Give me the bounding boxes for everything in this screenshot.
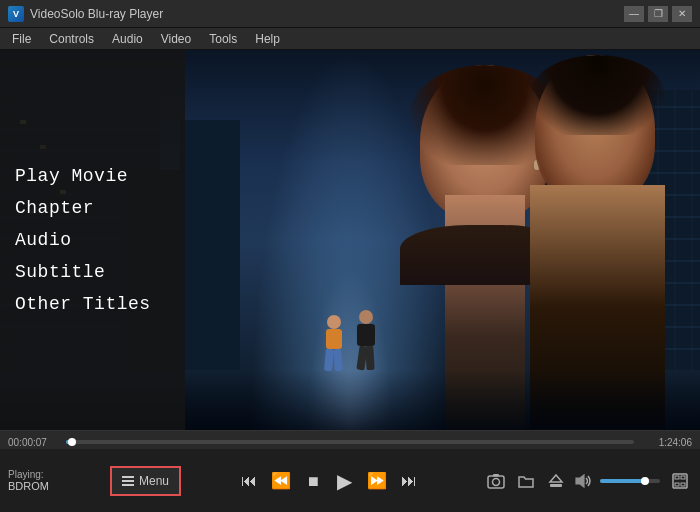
playing-section: Playing: BDROM bbox=[8, 469, 98, 492]
menu-file[interactable]: File bbox=[4, 30, 39, 48]
menu-button[interactable]: Menu bbox=[110, 466, 181, 496]
svg-rect-9 bbox=[675, 483, 679, 486]
volume-thumb[interactable] bbox=[641, 477, 649, 485]
title-bar-controls: — ❐ ✕ bbox=[624, 6, 692, 22]
menu-icon-line-2 bbox=[122, 480, 134, 482]
progress-bar-container: 00:00:07 1:24:06 bbox=[0, 431, 700, 449]
volume-icon bbox=[575, 473, 593, 489]
right-controls bbox=[484, 469, 568, 493]
svg-rect-8 bbox=[681, 476, 685, 479]
fast-forward-button[interactable]: ⏩ bbox=[363, 467, 391, 495]
camera-icon bbox=[487, 473, 505, 489]
transport-controls: ⏮ ⏪ ⏹ ▶ ⏩ ⏭ bbox=[235, 467, 423, 495]
eject-icon bbox=[548, 473, 564, 489]
menu-icon bbox=[122, 476, 134, 486]
menu-help[interactable]: Help bbox=[247, 30, 288, 48]
volume-section bbox=[572, 469, 660, 493]
menu-bar: File Controls Audio Video Tools Help bbox=[0, 28, 700, 50]
volume-track[interactable] bbox=[600, 479, 660, 483]
svg-rect-7 bbox=[675, 476, 679, 479]
volume-button[interactable] bbox=[572, 469, 596, 493]
overlay-menu-play-movie[interactable]: Play Movie bbox=[15, 160, 170, 192]
svg-point-1 bbox=[493, 478, 500, 485]
rewind-button[interactable]: ⏪ bbox=[267, 467, 295, 495]
progress-thumb[interactable] bbox=[68, 438, 76, 446]
fullscreen-button[interactable] bbox=[668, 469, 692, 493]
svg-rect-4 bbox=[550, 484, 562, 487]
svg-rect-2 bbox=[493, 474, 499, 477]
minimize-button[interactable]: — bbox=[624, 6, 644, 22]
time-total: 1:24:06 bbox=[640, 437, 692, 448]
app-icon: V bbox=[8, 6, 24, 22]
playing-label: Playing: bbox=[8, 469, 98, 480]
title-bar-left: V VideoSolo Blu-ray Player bbox=[8, 6, 163, 22]
skip-back-button[interactable]: ⏮ bbox=[235, 467, 263, 495]
running-figures bbox=[323, 310, 377, 375]
app-title: VideoSolo Blu-ray Player bbox=[30, 7, 163, 21]
open-file-button[interactable] bbox=[514, 469, 538, 493]
time-elapsed: 00:00:07 bbox=[8, 437, 60, 448]
close-button[interactable]: ✕ bbox=[672, 6, 692, 22]
menu-button-label: Menu bbox=[139, 474, 169, 488]
svg-rect-10 bbox=[681, 483, 685, 486]
menu-tools[interactable]: Tools bbox=[201, 30, 245, 48]
title-bar: V VideoSolo Blu-ray Player — ❐ ✕ bbox=[0, 0, 700, 28]
play-pause-button[interactable]: ▶ bbox=[331, 467, 359, 495]
controls-area: 00:00:07 1:24:06 Playing: BDROM Menu ⏮ ⏪ bbox=[0, 430, 700, 512]
progress-track[interactable] bbox=[66, 440, 634, 444]
video-area: Play Movie Chapter Audio Subtitle Other … bbox=[0, 50, 700, 430]
menu-audio[interactable]: Audio bbox=[104, 30, 151, 48]
overlay-menu-other-titles[interactable]: Other Titles bbox=[15, 288, 170, 320]
overlay-menu-chapter[interactable]: Chapter bbox=[15, 192, 170, 224]
stop-button[interactable]: ⏹ bbox=[299, 467, 327, 495]
svg-marker-3 bbox=[550, 475, 562, 482]
eject-button[interactable] bbox=[544, 469, 568, 493]
menu-controls[interactable]: Controls bbox=[41, 30, 102, 48]
overlay-menu: Play Movie Chapter Audio Subtitle Other … bbox=[0, 50, 185, 430]
overlay-menu-subtitle[interactable]: Subtitle bbox=[15, 256, 170, 288]
restore-button[interactable]: ❐ bbox=[648, 6, 668, 22]
menu-video[interactable]: Video bbox=[153, 30, 199, 48]
fullscreen-icon bbox=[672, 473, 688, 489]
screenshot-button[interactable] bbox=[484, 469, 508, 493]
folder-icon bbox=[517, 473, 535, 489]
skip-next-button[interactable]: ⏭ bbox=[395, 467, 423, 495]
menu-icon-line-1 bbox=[122, 476, 134, 478]
volume-fill bbox=[600, 479, 645, 483]
overlay-menu-audio[interactable]: Audio bbox=[15, 224, 170, 256]
controls-row: Playing: BDROM Menu ⏮ ⏪ ⏹ ▶ ⏩ ⏭ bbox=[0, 449, 700, 512]
playing-value: BDROM bbox=[8, 480, 98, 492]
svg-marker-5 bbox=[576, 475, 584, 487]
menu-icon-line-3 bbox=[122, 484, 134, 486]
